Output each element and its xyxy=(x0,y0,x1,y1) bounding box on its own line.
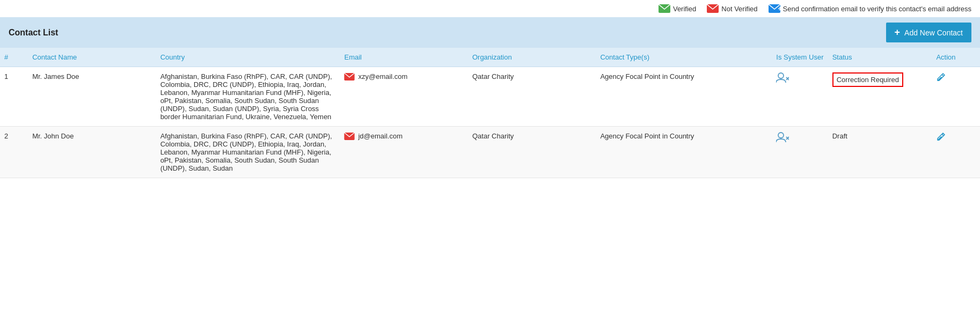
action-cell xyxy=(932,67,980,127)
col-header-email: Email xyxy=(340,48,467,67)
send-confirm-envelope-icon xyxy=(769,4,780,13)
row-num: 2 xyxy=(0,127,28,178)
svg-point-5 xyxy=(778,73,784,78)
is-system-user-cell xyxy=(772,127,828,178)
status-badge: Draft xyxy=(832,132,847,140)
col-header-contact-types: Contact Type(s) xyxy=(596,48,772,67)
email-address: xzy@email.com xyxy=(358,72,407,80)
status-cell: Draft xyxy=(828,127,932,178)
is-system-user-cell xyxy=(772,67,828,127)
system-user-icon xyxy=(776,134,789,145)
email-address: jd@email.com xyxy=(358,132,403,140)
not-verified-email-icon xyxy=(344,133,355,140)
col-header-country: Country xyxy=(156,48,340,67)
col-header-contact-name: Contact Name xyxy=(28,48,156,67)
svg-line-17 xyxy=(942,134,944,136)
contact-country: Afghanistan, Burkina Faso (RhPF), CAR, C… xyxy=(156,127,340,178)
contact-name: Mr. James Doe xyxy=(28,67,156,127)
send-confirm-label: Send confirmation email to verify this c… xyxy=(783,5,971,13)
verified-envelope-icon xyxy=(659,4,670,13)
verified-legend: Verified xyxy=(659,4,696,13)
row-num: 1 xyxy=(0,67,28,127)
plus-icon: + xyxy=(895,27,901,38)
status-badge: Correction Required xyxy=(832,72,903,87)
not-verified-legend: Not Verified xyxy=(707,4,757,13)
legend-bar: Verified Not Verified Send confirmation … xyxy=(0,0,980,17)
svg-line-10 xyxy=(942,75,944,76)
col-header-action: Action xyxy=(932,48,980,67)
col-header-organization: Organization xyxy=(468,48,596,67)
contact-email: xzy@email.com xyxy=(340,67,467,127)
contact-country: Afghanistan, Burkina Faso (RhPF), CAR, C… xyxy=(156,67,340,127)
contact-organization: Qatar Charity xyxy=(468,67,596,127)
contact-table-wrapper: # Contact Name Country Email Organizatio… xyxy=(0,48,980,178)
contact-organization: Qatar Charity xyxy=(468,127,596,178)
contact-name: Mr. John Doe xyxy=(28,127,156,178)
action-cell xyxy=(932,127,980,178)
contact-email: jd@email.com xyxy=(340,127,467,178)
verified-label: Verified xyxy=(673,5,696,13)
send-confirm-legend: Send confirmation email to verify this c… xyxy=(769,4,971,13)
not-verified-label: Not Verified xyxy=(721,5,757,13)
contact-table: # Contact Name Country Email Organizatio… xyxy=(0,48,980,178)
status-cell: Correction Required xyxy=(828,67,932,127)
svg-point-12 xyxy=(778,133,784,138)
add-button-label: Add New Contact xyxy=(904,28,963,37)
contact-type: Agency Focal Point in Country xyxy=(596,67,772,127)
add-new-contact-button[interactable]: + Add New Contact xyxy=(886,23,971,42)
contact-list-header: Contact List + Add New Contact xyxy=(0,17,980,48)
table-header-row: # Contact Name Country Email Organizatio… xyxy=(0,48,980,67)
not-verified-email-icon xyxy=(344,73,355,80)
col-header-status: Status xyxy=(828,48,932,67)
contact-type: Agency Focal Point in Country xyxy=(596,127,772,178)
table-row: 2 Mr. John Doe Afghanistan, Burkina Faso… xyxy=(0,127,980,178)
page-title: Contact List xyxy=(9,28,58,38)
col-header-is-system-user: Is System User xyxy=(772,48,828,67)
col-header-num: # xyxy=(0,48,28,67)
edit-button[interactable] xyxy=(936,72,946,84)
table-row: 1 Mr. James Doe Afghanistan, Burkina Fas… xyxy=(0,67,980,127)
edit-button[interactable] xyxy=(936,132,946,144)
system-user-icon xyxy=(776,75,789,85)
not-verified-envelope-icon xyxy=(707,4,719,13)
